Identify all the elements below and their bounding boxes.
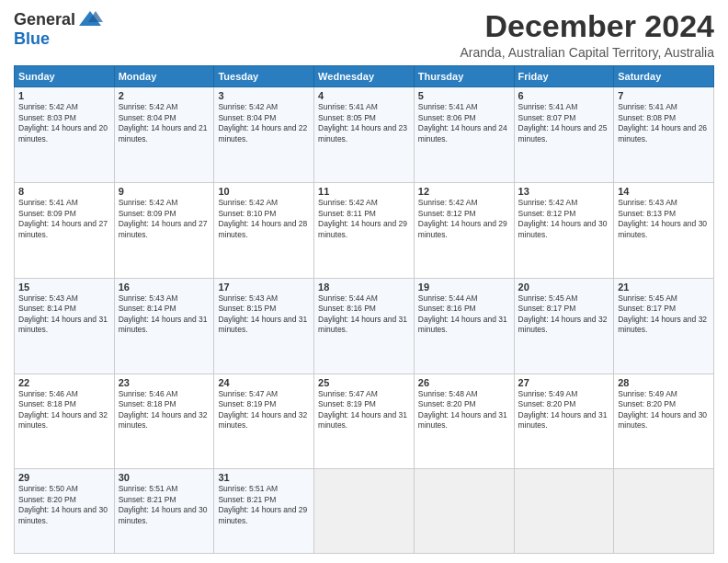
calendar-cell: 23Sunrise: 5:46 AMSunset: 8:18 PMDayligh… [114, 373, 214, 469]
day-number: 13 [518, 186, 610, 197]
day-number: 25 [318, 377, 410, 388]
calendar-week-row: 15Sunrise: 5:43 AMSunset: 8:14 PMDayligh… [15, 278, 714, 373]
col-friday: Friday [514, 66, 614, 87]
day-number: 1 [18, 90, 110, 101]
day-number: 22 [18, 377, 110, 388]
day-info: Sunrise: 5:41 AMSunset: 8:08 PMDaylight:… [618, 102, 710, 144]
day-number: 21 [618, 282, 710, 293]
calendar-cell: 1Sunrise: 5:42 AMSunset: 8:03 PMDaylight… [15, 87, 115, 183]
day-info: Sunrise: 5:46 AMSunset: 8:18 PMDaylight:… [119, 389, 210, 431]
col-saturday: Saturday [614, 66, 714, 87]
calendar-cell: 18Sunrise: 5:44 AMSunset: 8:16 PMDayligh… [314, 278, 415, 373]
calendar-cell: 27Sunrise: 5:49 AMSunset: 8:20 PMDayligh… [514, 373, 614, 469]
calendar-cell: 25Sunrise: 5:47 AMSunset: 8:19 PMDayligh… [314, 373, 415, 469]
calendar-cell: 20Sunrise: 5:45 AMSunset: 8:17 PMDayligh… [514, 278, 614, 373]
day-number: 15 [18, 282, 110, 293]
page: General Blue December 2024 Aranda, Austr… [0, 0, 728, 563]
col-sunday: Sunday [15, 66, 115, 87]
calendar-cell: 30Sunrise: 5:51 AMSunset: 8:21 PMDayligh… [114, 469, 214, 554]
calendar-week-row: 1Sunrise: 5:42 AMSunset: 8:03 PMDaylight… [15, 87, 714, 183]
calendar-table: Sunday Monday Tuesday Wednesday Thursday… [14, 65, 714, 554]
day-number: 6 [518, 90, 610, 101]
calendar-cell: 3Sunrise: 5:42 AMSunset: 8:04 PMDaylight… [214, 87, 314, 183]
calendar-cell [414, 469, 514, 554]
day-number: 27 [518, 377, 610, 388]
calendar-cell: 17Sunrise: 5:43 AMSunset: 8:15 PMDayligh… [214, 278, 314, 373]
day-info: Sunrise: 5:44 AMSunset: 8:16 PMDaylight:… [418, 293, 510, 336]
calendar-cell: 2Sunrise: 5:42 AMSunset: 8:04 PMDaylight… [114, 87, 214, 183]
calendar-cell: 12Sunrise: 5:42 AMSunset: 8:12 PMDayligh… [414, 183, 514, 279]
day-number: 24 [218, 377, 310, 388]
calendar-cell: 6Sunrise: 5:41 AMSunset: 8:07 PMDaylight… [514, 87, 614, 183]
day-number: 28 [618, 377, 710, 388]
title-area: December 2024 Aranda, Australian Capital… [460, 9, 714, 60]
calendar-cell: 28Sunrise: 5:49 AMSunset: 8:20 PMDayligh… [614, 373, 714, 469]
calendar-cell [514, 469, 614, 554]
day-number: 17 [218, 282, 310, 293]
day-number: 9 [119, 186, 210, 197]
logo: General [14, 9, 103, 29]
calendar-cell: 11Sunrise: 5:42 AMSunset: 8:11 PMDayligh… [314, 183, 415, 279]
calendar-cell: 26Sunrise: 5:48 AMSunset: 8:20 PMDayligh… [414, 373, 514, 469]
day-number: 5 [418, 90, 510, 101]
calendar: Sunday Monday Tuesday Wednesday Thursday… [14, 65, 714, 554]
day-number: 7 [618, 90, 710, 101]
logo-icon [77, 9, 103, 29]
day-info: Sunrise: 5:47 AMSunset: 8:19 PMDaylight:… [218, 389, 310, 431]
day-info: Sunrise: 5:43 AMSunset: 8:14 PMDaylight:… [119, 293, 210, 336]
calendar-body: 1Sunrise: 5:42 AMSunset: 8:03 PMDaylight… [15, 87, 714, 554]
day-info: Sunrise: 5:50 AMSunset: 8:20 PMDaylight:… [18, 484, 110, 526]
day-number: 29 [18, 472, 110, 483]
day-number: 26 [418, 377, 510, 388]
calendar-cell: 4Sunrise: 5:41 AMSunset: 8:05 PMDaylight… [314, 87, 415, 183]
day-info: Sunrise: 5:42 AMSunset: 8:11 PMDaylight:… [318, 198, 410, 240]
month-title: December 2024 [460, 9, 714, 43]
day-info: Sunrise: 5:42 AMSunset: 8:12 PMDaylight:… [418, 198, 510, 240]
day-info: Sunrise: 5:41 AMSunset: 8:05 PMDaylight:… [318, 102, 410, 144]
calendar-cell: 29Sunrise: 5:50 AMSunset: 8:20 PMDayligh… [15, 469, 115, 554]
day-number: 3 [218, 90, 310, 101]
day-info: Sunrise: 5:42 AMSunset: 8:12 PMDaylight:… [518, 198, 610, 240]
day-info: Sunrise: 5:42 AMSunset: 8:10 PMDaylight:… [218, 198, 310, 240]
calendar-cell: 13Sunrise: 5:42 AMSunset: 8:12 PMDayligh… [514, 183, 614, 279]
day-number: 23 [119, 377, 210, 388]
day-info: Sunrise: 5:51 AMSunset: 8:21 PMDaylight:… [218, 484, 310, 526]
day-info: Sunrise: 5:49 AMSunset: 8:20 PMDaylight:… [518, 389, 610, 431]
calendar-cell: 24Sunrise: 5:47 AMSunset: 8:19 PMDayligh… [214, 373, 314, 469]
logo-general-text: General [14, 10, 75, 29]
calendar-cell: 10Sunrise: 5:42 AMSunset: 8:10 PMDayligh… [214, 183, 314, 279]
day-number: 18 [318, 282, 410, 293]
calendar-cell [614, 469, 714, 554]
calendar-cell: 5Sunrise: 5:41 AMSunset: 8:06 PMDaylight… [414, 87, 514, 183]
calendar-cell: 16Sunrise: 5:43 AMSunset: 8:14 PMDayligh… [114, 278, 214, 373]
day-info: Sunrise: 5:48 AMSunset: 8:20 PMDaylight:… [418, 389, 510, 431]
day-info: Sunrise: 5:41 AMSunset: 8:06 PMDaylight:… [418, 102, 510, 144]
calendar-week-row: 22Sunrise: 5:46 AMSunset: 8:18 PMDayligh… [15, 373, 714, 469]
day-info: Sunrise: 5:43 AMSunset: 8:14 PMDaylight:… [18, 293, 110, 336]
day-info: Sunrise: 5:42 AMSunset: 8:09 PMDaylight:… [119, 198, 210, 240]
day-info: Sunrise: 5:45 AMSunset: 8:17 PMDaylight:… [518, 293, 610, 336]
col-wednesday: Wednesday [314, 66, 415, 87]
calendar-cell: 19Sunrise: 5:44 AMSunset: 8:16 PMDayligh… [414, 278, 514, 373]
day-info: Sunrise: 5:43 AMSunset: 8:13 PMDaylight:… [618, 198, 710, 240]
calendar-cell [314, 469, 415, 554]
calendar-cell: 15Sunrise: 5:43 AMSunset: 8:14 PMDayligh… [15, 278, 115, 373]
day-number: 4 [318, 90, 410, 101]
calendar-cell: 7Sunrise: 5:41 AMSunset: 8:08 PMDaylight… [614, 87, 714, 183]
weekday-row: Sunday Monday Tuesday Wednesday Thursday… [15, 66, 714, 87]
day-info: Sunrise: 5:41 AMSunset: 8:09 PMDaylight:… [18, 198, 110, 240]
day-info: Sunrise: 5:47 AMSunset: 8:19 PMDaylight:… [318, 389, 410, 431]
day-info: Sunrise: 5:42 AMSunset: 8:04 PMDaylight:… [119, 102, 210, 144]
calendar-week-row: 8Sunrise: 5:41 AMSunset: 8:09 PMDaylight… [15, 183, 714, 279]
calendar-week-row: 29Sunrise: 5:50 AMSunset: 8:20 PMDayligh… [15, 469, 714, 554]
calendar-cell: 21Sunrise: 5:45 AMSunset: 8:17 PMDayligh… [614, 278, 714, 373]
day-number: 20 [518, 282, 610, 293]
calendar-cell: 8Sunrise: 5:41 AMSunset: 8:09 PMDaylight… [15, 183, 115, 279]
day-number: 8 [18, 186, 110, 197]
logo-blue-text: Blue [14, 29, 50, 49]
day-number: 19 [418, 282, 510, 293]
day-number: 2 [119, 90, 210, 101]
day-info: Sunrise: 5:45 AMSunset: 8:17 PMDaylight:… [618, 293, 710, 336]
calendar-cell: 14Sunrise: 5:43 AMSunset: 8:13 PMDayligh… [614, 183, 714, 279]
day-number: 16 [119, 282, 210, 293]
